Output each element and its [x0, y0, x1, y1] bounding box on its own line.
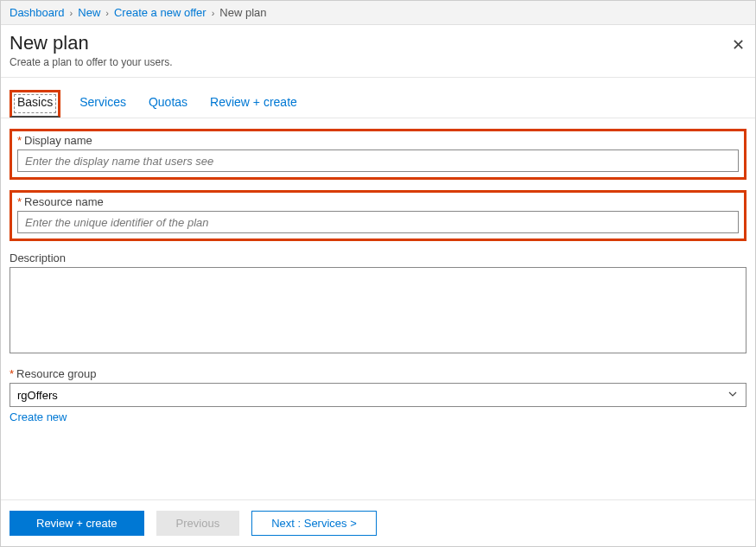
chevron-right-icon: ›	[212, 8, 215, 18]
description-label: Description	[10, 251, 746, 264]
next-button[interactable]: Next : Services >	[251, 511, 377, 536]
tab-review[interactable]: Review + create	[206, 90, 301, 118]
tab-bar: Basics Services Quotas Review + create	[1, 78, 755, 118]
description-input[interactable]	[10, 267, 746, 353]
field-display-name: *Display name	[10, 129, 746, 180]
field-resource-name: *Resource name	[10, 190, 746, 241]
page-header: New plan Create a plan to offer to your …	[1, 25, 755, 77]
field-resource-group: *Resource group Create new	[10, 367, 746, 424]
resource-name-label: *Resource name	[17, 195, 739, 208]
tab-quotas[interactable]: Quotas	[145, 90, 191, 118]
close-icon[interactable]: ✕	[732, 35, 745, 54]
chevron-right-icon: ›	[70, 8, 73, 18]
breadcrumb: Dashboard › New › Create a new offer › N…	[1, 1, 755, 25]
create-new-link[interactable]: Create new	[10, 410, 67, 423]
resource-group-label: *Resource group	[10, 367, 746, 380]
chevron-right-icon: ›	[105, 8, 109, 18]
display-name-input[interactable]	[17, 149, 739, 172]
resource-group-select[interactable]	[10, 383, 746, 407]
page-title: New plan	[10, 32, 746, 54]
resource-name-input[interactable]	[17, 211, 739, 233]
display-name-label: *Display name	[17, 134, 739, 147]
page-subtitle: Create a plan to offer to your users.	[10, 56, 746, 68]
previous-button: Previous	[156, 511, 240, 536]
field-description: Description	[10, 251, 746, 357]
tab-services[interactable]: Services	[76, 90, 130, 118]
tab-basics[interactable]: Basics	[10, 90, 60, 118]
breadcrumb-dashboard[interactable]: Dashboard	[10, 6, 65, 19]
breadcrumb-create-offer[interactable]: Create a new offer	[114, 6, 206, 19]
review-create-button[interactable]: Review + create	[10, 511, 144, 536]
breadcrumb-new[interactable]: New	[78, 6, 100, 19]
breadcrumb-current: New plan	[219, 6, 266, 19]
form-content: *Display name *Resource name Description…	[1, 118, 755, 499]
footer-actions: Review + create Previous Next : Services…	[1, 499, 755, 546]
